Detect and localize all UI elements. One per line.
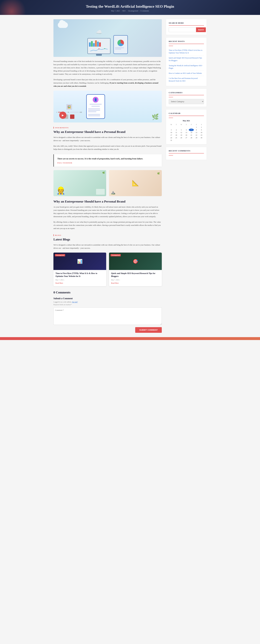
comments-heading: 0 Comments [53,290,162,294]
quote-text: There are no secrets to success. It is t… [57,157,158,160]
quote-block: There are no secrets to success. It is t… [53,154,162,166]
blog-card-1: Uncategorized 📊 Time to First Byte (TTFB… [53,252,106,286]
submit-comment-button[interactable]: SUBMIT COMMENT [135,327,162,333]
categories-widget: CATEGORIES Select CategorySEOUncategoriz… [166,89,207,107]
line-chart [89,48,109,52]
cloud-icon: ☁️ [96,29,102,35]
section1-heading: Why an Entrepreneur Should have a Person… [53,130,162,134]
comment-textarea[interactable] [53,308,162,325]
construction-icon: 👷 [56,186,65,195]
svg-point-1 [104,48,105,49]
recent-post-4[interactable]: 5 of the Best Free and Premium Keyword R… [169,76,204,84]
diagram-icon: 📐 [132,180,139,186]
cal-week-3: 10 11 12 13 14 15 16 [169,131,204,134]
search-input[interactable] [169,27,196,32]
svg-point-0 [99,48,99,49]
post-category-seo: SEO [122,10,126,12]
mid-illustration: 🖼️ 1 50 100 ▶ [53,90,162,122]
article-body: Personal branding remains one of the bes… [53,60,162,88]
cloud-decoration [58,22,68,28]
blog-card-date-2: May 7, 2021 | [111,279,160,281]
cal-week-2: 3 4 5 6 7 8 9 [169,128,204,131]
blog-badge-1: Uncategorized [55,254,65,256]
cal-week-4: 17 18 19 20 21 22 23 [169,134,204,136]
log-out-link[interactable]: log out? [72,301,78,303]
tablet-shape [113,35,128,54]
cal-header-s: S [194,123,199,126]
post-meta: May 7, 2021 | SEO , Uncategorized | 0 co… [3,10,257,12]
site-footer [0,337,260,340]
search-row: Search [169,27,204,32]
cal-header-t2: T [184,123,189,126]
section2-para2: By offering clients a chance to see what… [53,220,162,230]
cal-header-f: F [189,123,194,126]
search-button[interactable]: Search [196,27,206,32]
category-select[interactable]: Select CategorySEOUncategorized [169,99,204,104]
comments-section: 0 Comments Submit a Comment Logged in as… [53,290,162,333]
blog-card-title-1: Time to First Byte (TTFB): What It Is & … [55,272,104,278]
mountain-icon: ⛰️ [111,190,116,195]
cal-header-s2: S [199,123,204,126]
blogs-label: BLOGS [53,234,162,236]
calendar-month: May 2021 [169,120,204,122]
main-container: ☁️ [51,15,209,337]
section2-para1: As your brand grows and you gain more vi… [53,206,162,218]
recent-posts-widget: RECENT POSTS Time to First Byte (TTFB): … [166,38,207,86]
monitor-shape [87,38,111,54]
blog-card-image-1: Uncategorized 📊 [53,252,106,270]
recent-comments-widget: RECENT COMMENTS [166,147,207,160]
recent-post-3[interactable]: How to Conduct an SEO Audit of Your Webs… [169,71,204,76]
blogs-intro: We've designed a culture that allows our… [53,243,162,250]
search-widget-title: SEARCH HERE [169,22,204,26]
sidebar: SEARCH HERE Search RECENT POSTS Time to … [166,19,207,333]
large-phone-shape [86,94,105,119]
section2-heading: Why an Entrepreneur Should have a Person… [53,200,162,204]
leaf-icon-right: 🌿 [157,172,160,175]
site-header: Testing the WordLift Artificial Intellig… [0,0,260,15]
image-placeholder-icon: 🖼️ [66,104,72,110]
recent-post-0[interactable]: Time to First Byte (TTFB): What It Is & … [169,48,204,56]
left-illustration: 👷 🌿 [53,170,106,196]
categories-title: CATEGORIES [169,92,204,95]
play-button[interactable]: ▶ [59,112,66,119]
cal-week-5: 24 25 26 27 28 29 30 [169,136,204,139]
blogs-heading: Latest Blogs [53,238,162,241]
recent-post-1[interactable]: Quick and Simple SEO Keyword Research Ti… [169,56,204,63]
read-more-1[interactable]: Read More [55,282,63,284]
submit-row: SUBMIT COMMENT [53,327,162,333]
calendar-widget: CALENDAR May 2021 M T W T F S S [166,110,207,144]
blog-seo-icon: 🎯 [133,259,138,264]
section1-para2: But who ARE you, really? Most clients th… [53,144,162,151]
blog-card-image-2: Uncategorized 🎯 [109,252,162,270]
submit-comment-heading: Submit a Comment [53,297,162,300]
cal-header-w: W [179,123,184,126]
blog-card-date-1: May 7, 2021 | [55,279,104,281]
leaf-icon-left: 🌿 [102,172,105,174]
cal-week-1: 1 2 [169,126,204,128]
post-date: May 7, 2021 [111,10,120,12]
article-para-2: Developing a personal brand is more than… [53,78,162,88]
quote-author: PAUL TOURNIER [57,162,158,164]
post-comments-count: 0 comments [140,10,149,12]
blog-badge-2: Uncategorized [111,254,121,256]
calendar-grid: M T W T F S S [169,123,204,142]
blog-card-title-2: Quick and Simple SEO Keyword Research Ti… [111,272,160,278]
recent-posts-title: RECENT POSTS [169,40,204,44]
section1-para1: We've designed a culture that allows our… [53,136,162,142]
article-para-1: Personal branding remains one of the bes… [53,60,162,76]
pie-chart [118,40,124,46]
hero-image: ☁️ [53,19,162,57]
logged-in-notice: Logged in as a site admin, log out? [53,301,162,303]
cal-week-6: 31 [169,139,204,142]
double-image-row: 👷 🌿 📐 🌿 ⛰️ [53,170,162,196]
recent-comments-title: RECENT COMMENTS [169,150,204,154]
our-benefits-label: OUR BENEFITS [53,127,162,128]
page-title: Testing the WordLift Artificial Intellig… [3,4,257,9]
blog-chart-icon: 📊 [77,259,83,264]
recent-post-2[interactable]: Testing the WordLift Artificial Intellig… [169,63,204,71]
recent-posts-list: Time to First Byte (TTFB): What It Is & … [169,48,204,84]
calendar-body: 1 2 3 4 5 6 7 8 9 10 11 [169,126,204,142]
main-content: ☁️ [53,19,162,333]
post-category-uncategorized: Uncategorized [128,10,138,12]
read-more-2[interactable]: Read More [111,282,119,284]
